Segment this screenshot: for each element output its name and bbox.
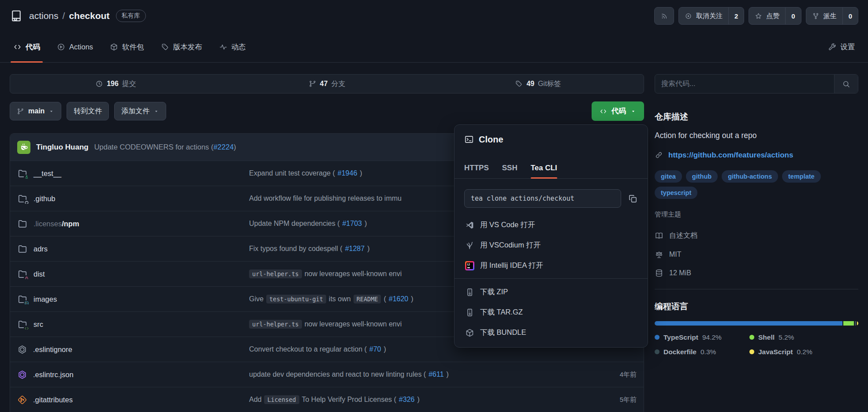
tab-软件包[interactable]: 软件包 xyxy=(106,32,148,62)
visibility-badge: 私有库 xyxy=(116,10,146,22)
message-text: Convert checkout to a regular action ( xyxy=(249,345,367,353)
language-legend-JavaScript[interactable]: JavaScript0.2% xyxy=(749,348,858,356)
breadcrumb-separator: / xyxy=(63,11,65,21)
topic-github[interactable]: github xyxy=(686,170,718,183)
copy-icon[interactable] xyxy=(628,194,638,204)
language-name: JavaScript xyxy=(758,348,793,356)
stat-分支[interactable]: 47分支 xyxy=(221,75,432,93)
code-chip: test-ubuntu-git xyxy=(266,295,326,303)
file-name[interactable]: .eslintignore xyxy=(33,345,72,354)
issue-link[interactable]: #611 xyxy=(428,371,443,378)
file-name[interactable]: images xyxy=(34,295,57,303)
action-count[interactable]: 0 xyxy=(785,7,801,24)
avatar[interactable] xyxy=(17,141,30,154)
tab-label: Actions xyxy=(69,43,93,51)
branch-select-button[interactable]: main xyxy=(10,102,61,120)
open-with-用-VSCodium-打开[interactable]: 用 VSCodium 打开 xyxy=(464,235,638,255)
law-icon xyxy=(655,250,663,259)
topic-gitea[interactable]: gitea xyxy=(655,170,682,183)
zip-icon xyxy=(465,308,474,317)
topic-template[interactable]: template xyxy=(782,170,821,183)
tab-动态[interactable]: 动态 xyxy=(216,32,250,62)
meta-label: 12 MiB xyxy=(669,269,691,277)
website-link[interactable]: https://github.com/features/actions xyxy=(668,151,793,160)
clone-tab-tea-cli[interactable]: Tea CLI xyxy=(531,158,557,178)
code-clone-button[interactable]: 代码 xyxy=(592,101,644,121)
file-name[interactable]: .github xyxy=(34,195,56,203)
issue-link[interactable]: #1703 xyxy=(342,220,362,228)
commit-message: update dev dependencies and react to new… xyxy=(249,371,590,378)
meta-12 MiB[interactable]: 12 MiB xyxy=(655,269,858,277)
language-segment-JavaScript xyxy=(857,321,858,326)
file-name[interactable]: src xyxy=(34,320,43,329)
action-count[interactable]: 2 xyxy=(728,7,744,24)
language-dot xyxy=(655,349,659,354)
folder-icon xyxy=(17,243,28,254)
download-下载-TAR.GZ[interactable]: 下载 TAR.GZ xyxy=(464,302,638,322)
header-actions: 取消关注2点赞0派生0 xyxy=(654,7,858,25)
file-name[interactable]: __test__ xyxy=(34,169,61,178)
language-bar[interactable] xyxy=(655,321,858,326)
menu-item-label: 下载 TAR.GZ xyxy=(480,307,523,317)
message-text: ) xyxy=(365,220,367,228)
commit-author[interactable]: Tingluo Huang xyxy=(36,143,89,152)
add-file-button[interactable]: 添加文件 xyxy=(114,102,166,120)
file-name[interactable]: dist xyxy=(34,270,45,278)
description-title: 仓库描述 xyxy=(655,111,858,123)
issue-link[interactable]: #70 xyxy=(369,345,381,353)
topic-github-actions[interactable]: github-actions xyxy=(722,170,778,183)
meta-自述文档[interactable]: 自述文档 xyxy=(655,231,858,240)
goto-file-button[interactable]: 转到文件 xyxy=(67,102,109,120)
clone-command-input[interactable] xyxy=(464,189,621,208)
rss-feed-button[interactable] xyxy=(654,7,674,25)
download-下载-ZIP[interactable]: 下载 ZIP xyxy=(464,282,638,302)
tab-label: 版本发布 xyxy=(173,42,202,52)
topic-typescript[interactable]: typescript xyxy=(655,187,697,199)
chevron-down-icon xyxy=(153,109,159,114)
code-search-input[interactable] xyxy=(655,75,834,93)
wrench-icon xyxy=(828,43,836,51)
meta-MIT[interactable]: MIT xyxy=(655,250,858,259)
clone-tab-https[interactable]: HTTPS xyxy=(464,158,489,178)
file-name[interactable]: .licenses/npm xyxy=(34,220,79,228)
stat-value: 49 xyxy=(526,80,534,88)
tab-代码[interactable]: 代码 xyxy=(10,32,44,62)
stat-提交[interactable]: 196提交 xyxy=(10,75,221,93)
folder-icon xyxy=(17,218,28,229)
language-segment-Dockerfile xyxy=(855,321,856,326)
manage-topics-link[interactable]: 管理主题 xyxy=(655,210,681,219)
open-with-用-Intellij-IDEA-打开[interactable]: IJ用 Intellij IDEA 打开 xyxy=(464,255,638,276)
action-count[interactable]: 0 xyxy=(842,7,858,24)
language-legend-Shell[interactable]: Shell5.2% xyxy=(749,333,858,341)
action-button-eye[interactable]: 取消关注2 xyxy=(678,7,744,25)
open-with-用-VS-Code-打开[interactable]: 用 VS Code 打开 xyxy=(464,215,638,235)
tab-actions[interactable]: Actions xyxy=(53,32,97,62)
issue-link[interactable]: #1946 xyxy=(338,169,358,177)
language-dot xyxy=(655,335,659,340)
message-text: update dev dependencies and react to new… xyxy=(249,371,426,378)
file-name[interactable]: adrs xyxy=(34,245,48,253)
clone-tab-ssh[interactable]: SSH xyxy=(502,158,518,178)
file-row-.gitattributes[interactable]: .gitattributesAdd Licensed To Help Verif… xyxy=(10,387,644,412)
message-text: To Help Verify Prod Licenses ( xyxy=(302,396,396,404)
code-search-button[interactable] xyxy=(834,75,858,93)
language-legend-TypeScript[interactable]: TypeScript94.2% xyxy=(655,333,749,341)
action-button-star[interactable]: 点赞0 xyxy=(749,7,801,25)
issue-link[interactable]: #326 xyxy=(399,396,415,404)
issue-link[interactable]: #2224 xyxy=(213,143,234,151)
tab-settings[interactable]: 设置 xyxy=(824,32,858,62)
issue-link[interactable]: #1287 xyxy=(345,245,365,253)
repo-name-link[interactable]: checkout xyxy=(69,11,109,21)
stat-Git标签[interactable]: 49Git标签 xyxy=(432,75,644,93)
download-下载-BUNDLE[interactable]: 下载 BUNDLE xyxy=(464,322,638,343)
file-name[interactable]: .eslintrc.json xyxy=(33,371,74,379)
action-button-fork[interactable]: 派生0 xyxy=(806,7,858,25)
folder-icon xyxy=(17,319,28,330)
language-legend-Dockerfile[interactable]: Dockerfile0.3% xyxy=(655,348,749,356)
tab-版本发布[interactable]: 版本发布 xyxy=(157,32,206,62)
issue-link[interactable]: #1620 xyxy=(389,295,409,303)
file-row-.eslintrc.json[interactable]: .eslintrc.jsonupdate dev dependencies an… xyxy=(10,362,644,387)
clone-protocol-tabs: HTTPSSSHTea CLI xyxy=(464,158,638,178)
file-name[interactable]: .gitattributes xyxy=(33,396,73,404)
repo-owner-link[interactable]: actions xyxy=(29,11,59,21)
